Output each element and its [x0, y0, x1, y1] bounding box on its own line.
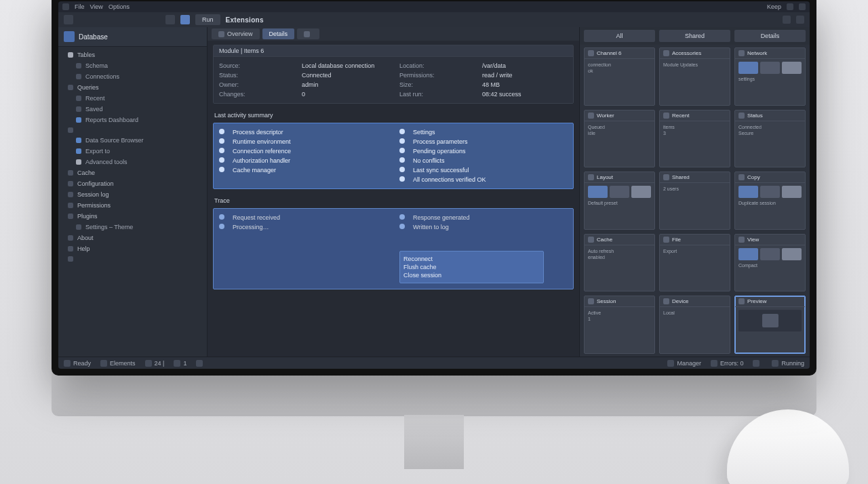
sidebar-item-8[interactable]: Data Source Browser — [58, 135, 207, 146]
run-button[interactable]: Run — [195, 14, 220, 25]
right-tab-0[interactable]: All — [584, 30, 655, 42]
card-preview — [738, 310, 802, 331]
sidebar-item-13[interactable]: Session log — [58, 189, 207, 200]
card-3[interactable]: WorkerQueuedidle — [584, 110, 655, 168]
property-key: Owner: — [219, 81, 296, 88]
card-line: enabled — [588, 254, 651, 260]
sidebar-item-2[interactable]: Connections — [58, 71, 207, 82]
property-value: Last sync successful — [413, 167, 469, 174]
trace-actions: ReconnectFlush cacheClose session — [399, 251, 544, 283]
tree-node-icon — [76, 96, 81, 101]
card-11[interactable]: ViewCompact — [734, 234, 806, 292]
card-13[interactable]: DeviceLocal — [659, 296, 730, 354]
sidebar-item-10[interactable]: Advanced tools — [58, 157, 207, 167]
refresh-icon[interactable] — [180, 15, 190, 24]
trace-action[interactable]: Close session — [403, 271, 540, 279]
card-14[interactable]: Preview — [734, 296, 806, 354]
thumb-box — [738, 62, 758, 74]
card-2[interactable]: Networksettings — [734, 47, 806, 106]
sidebar-item-5[interactable]: Saved — [58, 104, 207, 115]
trace-action[interactable]: Flush cache — [403, 263, 540, 271]
card-6[interactable]: LayoutDefault preset — [584, 172, 655, 230]
cart-icon[interactable] — [165, 15, 175, 24]
right-tab-2[interactable]: Details — [734, 30, 806, 42]
window-max-icon[interactable] — [799, 3, 806, 10]
settings-icon[interactable] — [783, 16, 791, 24]
tree-node-icon — [76, 74, 81, 79]
property-value: Request received — [233, 214, 280, 221]
window-min-icon[interactable] — [787, 3, 793, 10]
card-icon — [588, 237, 594, 243]
card-icon — [738, 50, 745, 56]
bullet-icon — [219, 148, 224, 153]
card-0[interactable]: Channel 6connectionok — [584, 47, 655, 106]
property-value: Connection reference — [233, 148, 291, 155]
trace-action[interactable]: Reconnect — [403, 255, 540, 263]
center-tab-1[interactable]: Details — [262, 28, 295, 39]
tree-node-icon — [68, 170, 73, 176]
sidebar-item-16[interactable]: Settings – Theme — [58, 222, 207, 233]
card-line: Secure — [738, 130, 802, 136]
thumb-box — [782, 62, 802, 74]
panel-overview-header: Module | Items 6 — [214, 45, 573, 57]
property-row: Last sync successful — [399, 165, 568, 175]
card-5[interactable]: StatusConnectedSecure — [734, 110, 806, 168]
property-row: No conflicts — [399, 156, 568, 165]
property-key: Last run: — [399, 91, 477, 98]
sidebar-item-3[interactable]: Queries — [58, 82, 207, 93]
menu-keep[interactable]: Keep — [767, 3, 781, 10]
card-4[interactable]: Recentitems3 — [659, 110, 730, 168]
property-value: Local database connection — [302, 62, 374, 69]
bullet-icon — [219, 214, 224, 220]
menu-options[interactable]: Options — [108, 3, 130, 10]
card-icon — [738, 237, 745, 243]
card-header: File — [660, 235, 730, 245]
card-12[interactable]: SessionActive1 — [584, 296, 655, 354]
property-row: Process descriptor — [219, 127, 387, 137]
sidebar-tree[interactable]: TablesSchemaConnectionsQueriesRecentSave… — [58, 47, 207, 357]
thumb-box — [782, 186, 802, 198]
sidebar-item-1[interactable]: Schema — [58, 60, 207, 71]
card-body: Queuedidle — [585, 121, 654, 167]
sidebar-item-label: Queries — [77, 84, 99, 91]
sidebar-item-6[interactable]: Reports Dashboard — [58, 115, 207, 125]
tree-node-icon — [76, 224, 81, 230]
sidebar-item-17[interactable]: About — [58, 233, 207, 243]
sidebar-item-14[interactable]: Permissions — [58, 200, 207, 211]
status-cell-5: Manager — [667, 360, 701, 367]
thumb-box — [588, 186, 608, 198]
card-grid[interactable]: Channel 6connectionokAccessoriesModule U… — [580, 45, 810, 357]
card-9[interactable]: CacheAuto refreshenabled — [584, 234, 655, 292]
right-tab-1[interactable]: Shared — [659, 30, 730, 42]
card-8[interactable]: CopyDuplicate session — [734, 172, 806, 230]
sidebar-header: Database — [58, 27, 207, 47]
thumb-box — [738, 248, 758, 260]
tree-node-icon — [68, 203, 73, 208]
status-cell-4 — [196, 360, 205, 367]
card-icon — [588, 50, 594, 56]
panel-activity[interactable]: Process descriptorRuntime environmentCon… — [213, 123, 574, 189]
layout-icon[interactable] — [796, 16, 804, 24]
sidebar-item-12[interactable]: Configuration — [58, 178, 207, 189]
nav-back-icon[interactable] — [64, 15, 73, 24]
sidebar-item-label: Session log — [77, 191, 109, 198]
sidebar-item-11[interactable]: Cache — [58, 167, 207, 178]
menu-file[interactable]: File — [75, 3, 85, 10]
center-tab-2[interactable] — [297, 28, 319, 39]
panel-trace[interactable]: Request receivedProcessing… Response gen… — [213, 208, 574, 289]
center-tab-0[interactable]: Overview — [212, 28, 260, 39]
status-text: 24 | — [155, 360, 165, 367]
card-10[interactable]: FileExport — [659, 234, 730, 292]
property-value: read / write — [482, 72, 513, 79]
menu-view[interactable]: View — [90, 3, 103, 10]
sidebar-item-7[interactable] — [58, 125, 207, 135]
card-1[interactable]: AccessoriesModule Updates — [659, 47, 730, 106]
sidebar-item-18[interactable]: Help — [58, 243, 207, 254]
sidebar-item-19[interactable] — [58, 254, 207, 264]
card-7[interactable]: Shared2 users — [659, 172, 730, 230]
sidebar-item-15[interactable]: Plugins — [58, 211, 207, 222]
sidebar-item-9[interactable]: Export to — [58, 146, 207, 157]
property-value: Processing… — [233, 224, 269, 230]
sidebar-item-0[interactable]: Tables — [58, 49, 207, 60]
sidebar-item-4[interactable]: Recent — [58, 93, 207, 104]
